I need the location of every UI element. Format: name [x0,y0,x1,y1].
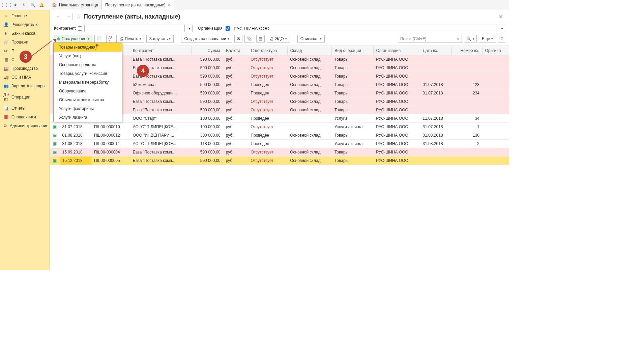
col-header[interactable]: Дата вх. [420,46,452,55]
table-row[interactable]: ▣31.08.2018ПШ00-000011АО "СТП-ЛИПЕЦКОЕ..… [50,140,509,148]
cell-sum: 590 000,00 [192,64,223,72]
cell-sum: 590 000,00 [192,106,223,114]
sidebar-item-7[interactable]: 🚚ОС и НМА [0,73,50,82]
sidebar-item-3[interactable]: 🛒Продажи [0,38,50,47]
attach-icon: 📎 [247,36,252,41]
history-icon[interactable]: ↻ [20,1,28,9]
edo-button[interactable]: 🖨 ЭДО ▾ [267,35,290,43]
cell-invoice: Проведен [248,140,287,148]
cell-orig [482,157,509,165]
menu-item[interactable]: Услуги лизинга [54,113,122,122]
clear-icon[interactable]: ✕ [454,36,462,41]
sidebar-item-11[interactable]: 📕Справочники [0,113,50,121]
sidebar-item-10[interactable]: 📊Отчеты [0,104,50,113]
cell-org: РУС-ШИНА ООО [373,64,420,72]
table-row[interactable]: ▣01.08.2018ПШ00-000012ООО "ИНВЕНТАРИ ...… [50,131,509,140]
help-button[interactable]: ? [498,35,505,43]
col-header[interactable]: Склад [287,46,332,55]
dtdkt-button[interactable]: ДтКт [106,35,114,43]
sidebar-item-8[interactable]: 👥Зарплата и кадры [0,82,50,90]
search-menu-button[interactable]: 🔍▾ [464,35,477,43]
cell-date-in [420,157,452,165]
cell-op: Услуги [332,114,373,123]
print-button[interactable]: 🖨 Печать ▾ [116,35,144,43]
col-header[interactable]: Оригина [482,46,509,55]
sidebar-item-0[interactable]: ≡Главное [0,11,50,20]
more-button[interactable]: Еще ▾ [479,35,496,43]
col-header[interactable]: Вид операции [332,46,373,55]
favorite-icon[interactable]: ☆ [76,13,81,20]
col-header[interactable]: Контрагент [130,46,192,55]
menu-item[interactable]: Объекты строительства [54,95,122,104]
close-main-icon[interactable]: ✕ [497,13,505,20]
col-header[interactable]: Валюта [223,46,248,55]
cell-orig [482,89,509,97]
cell-cp: База "Поставка комп... [130,106,192,114]
sidebar-item-2[interactable]: ₽Банк и касса [0,29,50,38]
sidebar-icon: 📊 [3,106,9,111]
counterparty-input[interactable] [84,25,185,32]
nav-forward[interactable]: → [65,13,73,20]
load-button[interactable]: Загрузить ▾ [146,35,174,43]
menu-item[interactable]: Услуги (акт) [54,52,122,60]
table-row[interactable]: ▣15.12.2018ПШ00-000005База "Поставка ком… [50,157,509,165]
bell-icon[interactable]: 🔔 [37,1,46,9]
tab-receipts[interactable]: Поступление (акты, накладные) ✕ [102,0,174,10]
original-button[interactable]: Оригинал ▾ [297,35,325,43]
star-icon[interactable]: ★ [11,1,20,9]
envelope-button[interactable]: ✉ [234,35,242,43]
create-based-button[interactable]: Создать на основании ▾ [181,35,232,43]
cell-date-in: 01.08.2018 [420,131,452,140]
menu-item[interactable]: Основные средства [54,60,122,69]
menu-item[interactable]: Товары (накладная) [54,43,122,52]
org-dropdown[interactable]: ▾ [499,25,505,32]
counterparty-dropdown[interactable]: ▾ [187,25,193,32]
cell-sum: 590 000,00 [192,55,223,64]
cell-org: РУС-ШИНА ООО [373,106,420,114]
nav-back[interactable]: ← [54,13,62,20]
menu-item[interactable]: Материалы в переработку [54,78,122,87]
table-row[interactable]: ▣15.09.2018ПШ00-000004База "Поставка ком… [50,148,509,157]
sidebar-item-9[interactable]: Дт/КтОперации [0,90,50,104]
menu-item[interactable]: Оборудование [54,87,122,95]
cell-org: РУС-ШИНА ООО [373,72,420,81]
search-icon[interactable]: 🔍 [28,1,37,9]
sidebar-item-6[interactable]: 🏭Производство [0,64,50,73]
col-header[interactable]: Счет-фактура [248,46,287,55]
col-header[interactable]: Сумма [192,46,223,55]
search-box[interactable]: ✕ [398,35,462,43]
tab-home[interactable]: 🏠 Начальная страница [49,0,102,10]
sidebar: ≡Главное👤Руководителю₽Банк и касса🛒Прода… [0,10,50,270]
cell-cur: руб. [223,97,248,106]
cell-cp: 52 комбинат [130,81,192,89]
cell-op: Товары [332,106,373,114]
org-input[interactable] [232,25,497,32]
close-icon[interactable]: ✕ [168,3,171,7]
cell-cur: руб. [223,81,248,89]
counterparty-checkbox[interactable] [78,26,82,31]
sidebar-item-12[interactable]: ⚙Администрирование [0,121,50,130]
cell-sum: 100 000,00 [192,114,223,123]
search-input[interactable] [398,36,454,41]
cell-orig [482,81,509,89]
menu-item[interactable]: Услуги факторинга [54,104,122,113]
cell-cp: АО "СТП-ЛИПЕЦКОЕ... [130,140,192,148]
cell-sum: 300 000,00 [192,131,223,140]
sidebar-item-1[interactable]: 👤Руководителю [0,20,50,29]
menu-item[interactable]: Товары, услуги, комиссия [54,69,122,78]
cell-op: Товары [332,81,373,89]
cell-num-in: 130 [452,131,482,140]
col-header[interactable]: Номер вх. [452,46,482,55]
apps-icon[interactable]: ⋮⋮⋮ [2,1,11,9]
cell-store: Основной склад [287,55,332,64]
sidebar-icon: 🚚 [3,75,9,80]
cell-op: Товары [332,64,373,72]
table-row[interactable]: ▣31.07.2018ПШ00-000010АО "СТП-ЛИПЕЦКОЕ..… [50,123,509,131]
copy-button[interactable]: 📄 [94,35,104,43]
cell-cur: руб. [223,72,248,81]
org-checkbox[interactable] [226,26,230,31]
attach-button[interactable]: 📎 [244,35,254,43]
col-header[interactable]: Организация [373,46,420,55]
list-button[interactable]: ▤ [256,35,265,43]
receipt-button[interactable]: ⊕ Поступление ▾ [54,35,92,43]
